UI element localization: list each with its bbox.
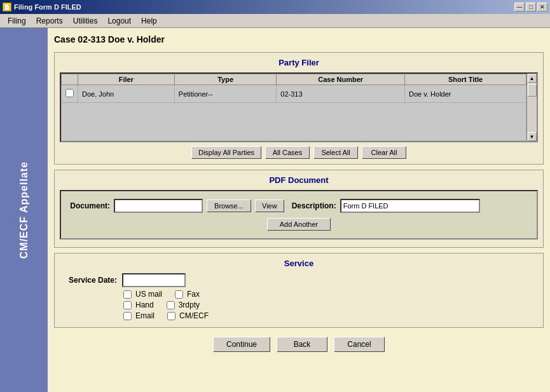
us-mail-checkbox[interactable]: [123, 290, 132, 299]
row-checkbox-cell[interactable]: [62, 85, 78, 103]
app-icon: 📄: [3, 3, 11, 11]
menu-filing[interactable]: Filing: [3, 15, 31, 27]
checkbox-us-mail: US mail: [123, 290, 162, 299]
cancel-button[interactable]: Cancel: [334, 337, 385, 352]
description-input[interactable]: [340, 199, 480, 213]
checkbox-row-1: US mail Fax: [123, 290, 538, 299]
col-header-filer: Filer: [78, 74, 175, 85]
party-filer-title: Party Filer: [60, 58, 538, 67]
description-label: Description:: [292, 201, 336, 210]
window-controls: — □ ✕: [514, 3, 547, 11]
continue-button[interactable]: Continue: [213, 337, 270, 352]
email-label: Email: [135, 311, 155, 320]
window-title: Filing Form D FILED: [14, 3, 81, 11]
main-area: Case 02-313 Doe v. Holder Party Filer Fi…: [48, 28, 550, 392]
add-another-row: Add Another: [69, 218, 529, 231]
row-filer: Doe, John: [78, 85, 175, 103]
case-title: Case 02-313 Doe v. Holder: [54, 34, 544, 44]
all-cases-button[interactable]: All Cases: [265, 146, 310, 159]
scroll-down-arrow[interactable]: ▼: [528, 132, 537, 141]
col-header-short-title: Short Title: [405, 74, 526, 85]
view-button[interactable]: View: [255, 199, 284, 212]
window-content: CM/ECF Appellate Case 02-313 Doe v. Hold…: [0, 28, 550, 392]
document-label: Document:: [69, 201, 110, 210]
email-checkbox[interactable]: [123, 312, 132, 320]
3rdpty-label: 3rdpty: [179, 301, 200, 309]
browse-button[interactable]: Browse...: [207, 199, 251, 212]
fax-label: Fax: [187, 290, 200, 299]
pdf-document-title: PDF Document: [60, 175, 538, 185]
party-table-container: Filer Type Case Number Short Title Doe, …: [60, 72, 538, 142]
menu-bar: Filing Reports Utilities Logout Help: [0, 14, 550, 28]
checkbox-3rdpty: 3rdpty: [167, 301, 200, 309]
hand-checkbox[interactable]: [123, 301, 132, 309]
checkbox-fax: Fax: [175, 290, 200, 299]
party-filer-section: Party Filer Filer Type Case Number Short…: [54, 52, 544, 165]
back-button[interactable]: Back: [277, 337, 327, 352]
select-all-button[interactable]: Select All: [313, 146, 358, 159]
scroll-thumb[interactable]: [528, 84, 537, 97]
party-button-row: Display All Parties All Cases Select All…: [60, 146, 538, 159]
checkbox-row-3: Email CM/ECF: [123, 311, 538, 320]
row-type: Petitioner--: [174, 85, 277, 103]
bottom-button-row: Continue Back Cancel: [54, 337, 544, 352]
cmecf-label: CM/ECF: [179, 311, 209, 320]
service-date-row: Service Date:: [60, 273, 538, 287]
maximize-button[interactable]: □: [526, 3, 536, 11]
title-bar: 📄 Filing Form D FILED — □ ✕: [0, 0, 550, 14]
service-date-label: Service Date:: [60, 276, 117, 285]
menu-logout[interactable]: Logout: [102, 15, 136, 27]
checkbox-cmecf: CM/ECF: [167, 311, 209, 320]
hand-label: Hand: [135, 301, 154, 309]
table-row-empty: [62, 103, 526, 141]
pdf-document-section: PDF Document Document: Browse... View De…: [54, 170, 544, 248]
menu-help[interactable]: Help: [136, 15, 162, 27]
clear-all-button[interactable]: Clear All: [362, 146, 406, 159]
menu-utilities[interactable]: Utilities: [68, 15, 103, 27]
party-table-scrollbar[interactable]: ▲ ▼: [526, 74, 537, 141]
minimize-button[interactable]: —: [514, 3, 525, 11]
cmecf-checkbox[interactable]: [167, 312, 175, 320]
col-header-checkbox: [62, 74, 78, 85]
add-another-button[interactable]: Add Another: [267, 218, 331, 231]
col-header-type: Type: [174, 74, 277, 85]
3rdpty-checkbox[interactable]: [167, 301, 175, 309]
fax-checkbox[interactable]: [175, 290, 183, 299]
party-table: Filer Type Case Number Short Title Doe, …: [61, 74, 526, 141]
display-all-parties-button[interactable]: Display All Parties: [191, 146, 261, 159]
row-checkbox[interactable]: [65, 89, 74, 97]
service-section: Service Service Date: US mail Fax Hand: [54, 253, 544, 328]
document-input[interactable]: [114, 199, 203, 213]
col-header-case-number: Case Number: [277, 74, 405, 85]
scroll-up-arrow[interactable]: ▲: [528, 74, 537, 83]
row-short-title: Doe v. Holder: [405, 85, 526, 103]
sidebar: CM/ECF Appellate: [0, 28, 48, 392]
pdf-inner: Document: Browse... View Description: Ad…: [60, 190, 538, 240]
service-date-input[interactable]: [122, 273, 186, 287]
checkbox-hand: Hand: [123, 301, 154, 309]
menu-reports[interactable]: Reports: [31, 15, 68, 27]
row-case-number: 02-313: [277, 85, 405, 103]
close-button[interactable]: ✕: [537, 3, 547, 11]
service-title: Service: [60, 259, 538, 268]
checkbox-email: Email: [123, 311, 155, 320]
document-row: Document: Browse... View Description:: [69, 199, 529, 213]
us-mail-label: US mail: [135, 290, 162, 299]
table-row[interactable]: Doe, John Petitioner-- 02-313 Doe v. Hol…: [62, 85, 526, 103]
checkbox-row-2: Hand 3rdpty: [123, 301, 538, 309]
sidebar-label: CM/ECF Appellate: [18, 161, 30, 259]
